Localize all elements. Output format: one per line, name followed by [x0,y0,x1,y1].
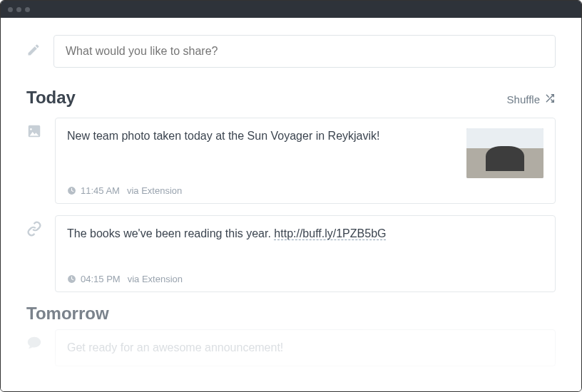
window-titlebar [1,1,581,18]
queued-post[interactable]: New team photo taken today at the Sun Vo… [26,118,556,204]
comment-icon [26,335,42,351]
shuffle-label: Shuffle [507,93,540,105]
section-header-tomorrow: Tomorrow [26,304,556,324]
post-time: 11:45 AM [81,185,120,196]
section-title-today: Today [26,88,76,108]
post-text-prefix: The books we've been reading this year. [67,227,274,239]
post-text: The books we've been reading this year. … [67,226,386,267]
post-time: 04:15 PM [81,274,121,284]
shuffle-button[interactable]: Shuffle [507,93,556,105]
content-area: Today Shuffle New team photo taken today… [1,18,581,391]
app-window: Today Shuffle New team photo taken today… [0,0,582,392]
section-title-tomorrow: Tomorrow [26,304,109,324]
queued-post[interactable]: The books we've been reading this year. … [26,215,556,292]
window-control-dot[interactable] [16,7,21,12]
composer-row [26,35,556,68]
composer-input[interactable] [53,35,556,68]
post-card: Get ready for an awesome announcement! [55,329,556,366]
post-source: via Extension [127,185,182,196]
window-control-dot[interactable] [25,7,30,12]
clock-icon [67,274,76,284]
clock-icon [67,186,76,195]
link-icon [26,221,42,237]
post-meta: 04:15 PM via Extension [67,274,543,284]
post-card: New team photo taken today at the Sun Vo… [55,118,556,204]
post-link[interactable]: http://buff.ly/1PZB5bG [274,227,386,240]
window-control-dot[interactable] [8,7,13,12]
post-text: New team photo taken today at the Sun Vo… [67,128,379,178]
post-text: Get ready for an awesome announcement! [67,340,283,356]
post-source: via Extension [128,274,183,284]
shuffle-icon [544,93,556,105]
post-card: The books we've been reading this year. … [55,215,556,292]
image-icon [26,123,42,139]
post-meta: 11:45 AM via Extension [67,185,543,196]
pencil-icon [26,43,41,60]
post-thumbnail[interactable] [466,128,543,178]
queued-post[interactable]: Get ready for an awesome announcement! [26,329,556,366]
section-header-today: Today Shuffle [26,88,556,108]
